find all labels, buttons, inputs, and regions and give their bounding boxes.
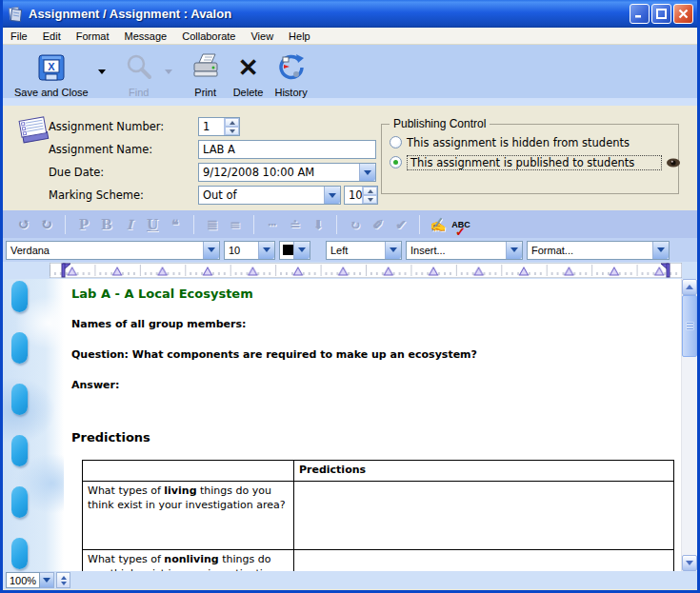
find-label: Find — [129, 87, 149, 98]
assignment-name-input[interactable]: LAB A — [198, 140, 376, 159]
undo-icon[interactable]: ↺ — [14, 215, 33, 233]
save-and-close-button[interactable]: X Save and Close — [10, 49, 92, 100]
menu-file[interactable]: File — [3, 28, 35, 44]
binding-capsule — [11, 486, 28, 518]
marking-scheme-dropdown-icon[interactable] — [324, 187, 340, 204]
assignment-number-row: Assignment Number: — [49, 117, 164, 136]
assignment-name-label: Assignment Name: — [49, 143, 152, 156]
minimize-button[interactable] — [630, 4, 650, 24]
accept-icon[interactable]: ✔ — [391, 217, 410, 232]
due-date-value: 9/12/2008 10:00 AM — [199, 166, 359, 179]
format-value: Format... — [528, 245, 652, 256]
marking-scheme-combo[interactable]: Out of — [198, 186, 341, 205]
marking-scheme-label: Marking Scheme: — [49, 188, 144, 202]
vertical-scrollbar[interactable] — [681, 279, 697, 571]
font-color-combo[interactable] — [279, 241, 310, 260]
insert-combo[interactable]: Insert... — [406, 241, 523, 260]
menu-message[interactable]: Message — [117, 28, 175, 44]
due-date-dropdown-icon[interactable] — [359, 164, 375, 181]
hidden-option-row[interactable]: This assignment is hidden from students — [390, 134, 630, 150]
dotted-rule-icon[interactable]: ┅ — [263, 217, 282, 232]
find-button[interactable]: Find — [119, 49, 159, 100]
number-spin-down-icon[interactable] — [225, 127, 239, 135]
due-date-combo[interactable]: 9/12/2008 10:00 AM — [198, 163, 376, 182]
font-size-value: 10 — [225, 245, 258, 256]
assignment-number-spinner[interactable]: 1 — [198, 117, 240, 136]
published-option-row[interactable]: This assignment is published to students — [390, 154, 681, 170]
underline-icon[interactable]: U — [143, 217, 162, 232]
insert-dropdown-icon[interactable] — [506, 242, 522, 259]
bold-icon[interactable]: B — [97, 217, 116, 232]
toolbar-separator — [336, 215, 337, 234]
toolbar-separator — [419, 215, 420, 234]
maximize-button[interactable] — [651, 4, 671, 24]
signature-icon[interactable]: ✍ — [429, 217, 448, 232]
spellcheck-check-icon: ✓ — [455, 225, 466, 239]
binding-capsule — [11, 384, 28, 415]
menu-collaborate[interactable]: Collaborate — [174, 28, 243, 44]
scrollbar-track[interactable] — [682, 295, 697, 555]
published-radio[interactable] — [390, 156, 402, 168]
history-icon — [275, 50, 308, 85]
font-size-dropdown-icon[interactable] — [258, 242, 274, 259]
hidden-radio[interactable] — [390, 136, 402, 148]
zoom-control[interactable]: 100% — [6, 572, 70, 588]
marking-scheme-value: Out of — [199, 188, 324, 202]
format-combo[interactable]: Format... — [527, 241, 670, 260]
toolbar-separator — [65, 215, 66, 234]
scroll-down-button[interactable] — [682, 555, 697, 571]
hidden-option-label: This assignment is hidden from students — [407, 136, 630, 149]
thumb-grip — [687, 323, 693, 324]
out-of-spinner[interactable]: 10 — [344, 186, 378, 205]
insert-arrow-icon[interactable]: ⬇ — [309, 217, 328, 232]
font-family-dropdown-icon[interactable] — [203, 242, 219, 259]
format-dropdown-icon[interactable] — [652, 242, 669, 259]
horizontal-rule-icon[interactable]: ≐ — [286, 217, 305, 232]
numbered-list-icon[interactable]: ≣ — [203, 217, 222, 232]
out-of-value: 10 — [345, 188, 362, 202]
scrollbar-thumb[interactable] — [682, 295, 697, 357]
redo-icon[interactable]: ↻ — [37, 215, 56, 233]
print-button[interactable]: Print — [186, 49, 226, 100]
nonliving-answer-cell[interactable] — [294, 550, 674, 572]
rotate-icon[interactable]: ↻ — [346, 217, 365, 232]
zoom-spinner[interactable] — [56, 572, 70, 588]
scroll-up-button[interactable] — [682, 279, 697, 295]
question-paragraph: Question: What components are required t… — [71, 348, 681, 362]
out-of-spin-up-icon[interactable] — [363, 187, 377, 195]
pencil-icon[interactable]: ✐ — [369, 217, 388, 232]
delete-button[interactable]: ✕ Delete — [230, 49, 268, 100]
history-label: History — [274, 87, 307, 98]
ruler[interactable] — [3, 262, 697, 279]
zoom-dropdown-icon[interactable] — [40, 572, 54, 588]
paragraph-icon[interactable]: P — [74, 217, 93, 232]
alignment-value: Left — [327, 245, 385, 256]
bullet-list-icon[interactable]: ≡ — [226, 217, 245, 232]
font-family-combo[interactable]: Verdana — [6, 241, 220, 260]
menu-help[interactable]: Help — [281, 28, 318, 44]
document-editor[interactable]: Lab A - A Local Ecosystem Names of all g… — [64, 279, 681, 571]
menu-view[interactable]: View — [243, 28, 281, 44]
quote-icon[interactable]: ❝ — [166, 217, 185, 232]
predictions-table: Predictions What types of living things … — [82, 460, 674, 571]
out-of-spin-down-icon[interactable] — [363, 195, 377, 204]
toolbar-separator — [193, 215, 194, 234]
find-dropdown-arrow-icon — [165, 69, 172, 74]
italic-icon[interactable]: I — [120, 217, 139, 232]
history-button[interactable]: History — [270, 49, 310, 100]
spellcheck-icon[interactable]: ABC✓ — [451, 220, 470, 229]
font-size-combo[interactable]: 10 — [224, 241, 275, 260]
binding-capsule — [11, 538, 28, 569]
alignment-combo[interactable]: Left — [326, 241, 402, 260]
menu-edit[interactable]: Edit — [35, 28, 69, 44]
living-question-cell: What types of living things do you think… — [83, 482, 294, 550]
menu-format[interactable]: Format — [69, 28, 117, 44]
save-dropdown-arrow-icon[interactable] — [98, 69, 106, 74]
alignment-dropdown-icon[interactable] — [385, 242, 401, 259]
number-spin-up-icon[interactable] — [225, 118, 239, 127]
font-color-dropdown-icon[interactable] — [293, 242, 310, 259]
living-answer-cell[interactable] — [294, 482, 674, 550]
thumb-grip — [687, 326, 693, 326]
zoom-value: 100% — [6, 572, 40, 588]
close-button[interactable] — [673, 4, 693, 24]
